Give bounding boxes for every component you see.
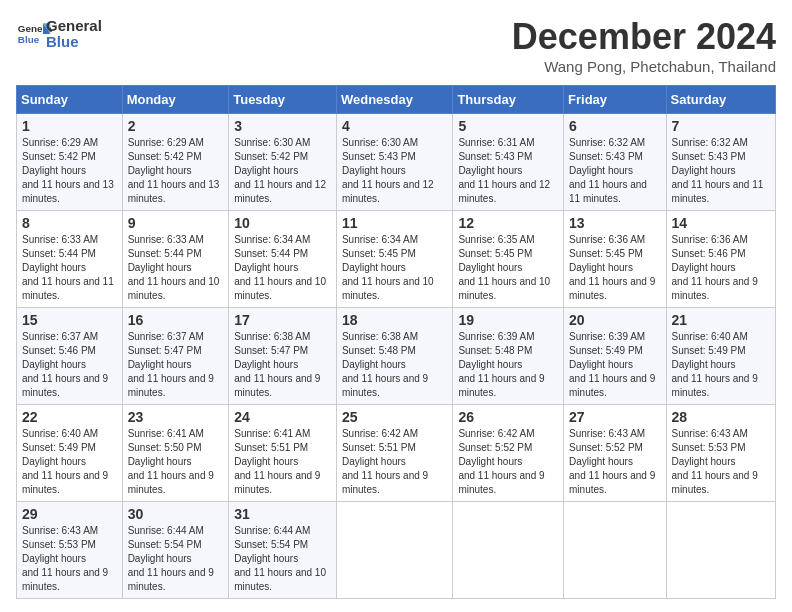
header-thursday: Thursday	[453, 86, 564, 114]
day-number: 24	[234, 409, 331, 425]
svg-text:Blue: Blue	[18, 34, 40, 45]
calendar-week-row: 8Sunrise: 6:33 AMSunset: 5:44 PMDaylight…	[17, 211, 776, 308]
day-number: 7	[672, 118, 770, 134]
day-info: Sunrise: 6:40 AMSunset: 5:49 PMDaylight …	[672, 330, 770, 400]
table-row: 23Sunrise: 6:41 AMSunset: 5:50 PMDayligh…	[122, 405, 229, 502]
day-info: Sunrise: 6:42 AMSunset: 5:51 PMDaylight …	[342, 427, 447, 497]
calendar-week-row: 29Sunrise: 6:43 AMSunset: 5:53 PMDayligh…	[17, 502, 776, 599]
empty-cell	[336, 502, 452, 599]
table-row: 5Sunrise: 6:31 AMSunset: 5:43 PMDaylight…	[453, 114, 564, 211]
day-info: Sunrise: 6:38 AMSunset: 5:47 PMDaylight …	[234, 330, 331, 400]
day-number: 11	[342, 215, 447, 231]
logo-line2: Blue	[46, 34, 102, 51]
day-info: Sunrise: 6:39 AMSunset: 5:49 PMDaylight …	[569, 330, 661, 400]
table-row: 22Sunrise: 6:40 AMSunset: 5:49 PMDayligh…	[17, 405, 123, 502]
logo-line1: General	[46, 18, 102, 35]
table-row: 27Sunrise: 6:43 AMSunset: 5:52 PMDayligh…	[564, 405, 667, 502]
day-info: Sunrise: 6:30 AMSunset: 5:42 PMDaylight …	[234, 136, 331, 206]
day-info: Sunrise: 6:29 AMSunset: 5:42 PMDaylight …	[128, 136, 224, 206]
day-number: 14	[672, 215, 770, 231]
header: General Blue General Blue December 2024 …	[16, 16, 776, 75]
month-title: December 2024	[512, 16, 776, 58]
day-info: Sunrise: 6:38 AMSunset: 5:48 PMDaylight …	[342, 330, 447, 400]
day-info: Sunrise: 6:44 AMSunset: 5:54 PMDaylight …	[128, 524, 224, 594]
day-number: 8	[22, 215, 117, 231]
table-row: 25Sunrise: 6:42 AMSunset: 5:51 PMDayligh…	[336, 405, 452, 502]
day-number: 15	[22, 312, 117, 328]
table-row: 31Sunrise: 6:44 AMSunset: 5:54 PMDayligh…	[229, 502, 337, 599]
day-number: 22	[22, 409, 117, 425]
header-wednesday: Wednesday	[336, 86, 452, 114]
header-sunday: Sunday	[17, 86, 123, 114]
day-info: Sunrise: 6:34 AMSunset: 5:45 PMDaylight …	[342, 233, 447, 303]
table-row: 16Sunrise: 6:37 AMSunset: 5:47 PMDayligh…	[122, 308, 229, 405]
table-row: 18Sunrise: 6:38 AMSunset: 5:48 PMDayligh…	[336, 308, 452, 405]
day-number: 12	[458, 215, 558, 231]
calendar-header-row: Sunday Monday Tuesday Wednesday Thursday…	[17, 86, 776, 114]
day-number: 19	[458, 312, 558, 328]
day-info: Sunrise: 6:30 AMSunset: 5:43 PMDaylight …	[342, 136, 447, 206]
day-number: 27	[569, 409, 661, 425]
header-tuesday: Tuesday	[229, 86, 337, 114]
table-row: 17Sunrise: 6:38 AMSunset: 5:47 PMDayligh…	[229, 308, 337, 405]
day-info: Sunrise: 6:40 AMSunset: 5:49 PMDaylight …	[22, 427, 117, 497]
day-number: 29	[22, 506, 117, 522]
calendar-week-row: 1Sunrise: 6:29 AMSunset: 5:42 PMDaylight…	[17, 114, 776, 211]
table-row: 12Sunrise: 6:35 AMSunset: 5:45 PMDayligh…	[453, 211, 564, 308]
day-number: 26	[458, 409, 558, 425]
day-info: Sunrise: 6:43 AMSunset: 5:53 PMDaylight …	[672, 427, 770, 497]
table-row: 28Sunrise: 6:43 AMSunset: 5:53 PMDayligh…	[666, 405, 775, 502]
table-row: 26Sunrise: 6:42 AMSunset: 5:52 PMDayligh…	[453, 405, 564, 502]
day-info: Sunrise: 6:44 AMSunset: 5:54 PMDaylight …	[234, 524, 331, 594]
day-info: Sunrise: 6:39 AMSunset: 5:48 PMDaylight …	[458, 330, 558, 400]
day-number: 30	[128, 506, 224, 522]
table-row: 30Sunrise: 6:44 AMSunset: 5:54 PMDayligh…	[122, 502, 229, 599]
table-row: 21Sunrise: 6:40 AMSunset: 5:49 PMDayligh…	[666, 308, 775, 405]
table-row: 6Sunrise: 6:32 AMSunset: 5:43 PMDaylight…	[564, 114, 667, 211]
day-number: 18	[342, 312, 447, 328]
table-row: 15Sunrise: 6:37 AMSunset: 5:46 PMDayligh…	[17, 308, 123, 405]
day-info: Sunrise: 6:37 AMSunset: 5:47 PMDaylight …	[128, 330, 224, 400]
header-saturday: Saturday	[666, 86, 775, 114]
day-number: 21	[672, 312, 770, 328]
day-info: Sunrise: 6:32 AMSunset: 5:43 PMDaylight …	[569, 136, 661, 206]
day-number: 9	[128, 215, 224, 231]
table-row: 11Sunrise: 6:34 AMSunset: 5:45 PMDayligh…	[336, 211, 452, 308]
day-number: 5	[458, 118, 558, 134]
day-info: Sunrise: 6:32 AMSunset: 5:43 PMDaylight …	[672, 136, 770, 206]
table-row: 1Sunrise: 6:29 AMSunset: 5:42 PMDaylight…	[17, 114, 123, 211]
day-info: Sunrise: 6:43 AMSunset: 5:53 PMDaylight …	[22, 524, 117, 594]
day-number: 23	[128, 409, 224, 425]
day-number: 28	[672, 409, 770, 425]
day-info: Sunrise: 6:42 AMSunset: 5:52 PMDaylight …	[458, 427, 558, 497]
table-row: 8Sunrise: 6:33 AMSunset: 5:44 PMDaylight…	[17, 211, 123, 308]
day-number: 20	[569, 312, 661, 328]
day-info: Sunrise: 6:35 AMSunset: 5:45 PMDaylight …	[458, 233, 558, 303]
day-number: 10	[234, 215, 331, 231]
day-info: Sunrise: 6:31 AMSunset: 5:43 PMDaylight …	[458, 136, 558, 206]
calendar-table: Sunday Monday Tuesday Wednesday Thursday…	[16, 85, 776, 599]
day-info: Sunrise: 6:37 AMSunset: 5:46 PMDaylight …	[22, 330, 117, 400]
logo: General Blue General Blue	[16, 16, 102, 52]
day-info: Sunrise: 6:36 AMSunset: 5:45 PMDaylight …	[569, 233, 661, 303]
header-friday: Friday	[564, 86, 667, 114]
table-row: 29Sunrise: 6:43 AMSunset: 5:53 PMDayligh…	[17, 502, 123, 599]
location-title: Wang Pong, Phetchabun, Thailand	[512, 58, 776, 75]
table-row: 7Sunrise: 6:32 AMSunset: 5:43 PMDaylight…	[666, 114, 775, 211]
day-number: 31	[234, 506, 331, 522]
table-row: 19Sunrise: 6:39 AMSunset: 5:48 PMDayligh…	[453, 308, 564, 405]
day-info: Sunrise: 6:33 AMSunset: 5:44 PMDaylight …	[128, 233, 224, 303]
title-area: December 2024 Wang Pong, Phetchabun, Tha…	[512, 16, 776, 75]
empty-cell	[666, 502, 775, 599]
day-number: 3	[234, 118, 331, 134]
day-info: Sunrise: 6:34 AMSunset: 5:44 PMDaylight …	[234, 233, 331, 303]
table-row: 10Sunrise: 6:34 AMSunset: 5:44 PMDayligh…	[229, 211, 337, 308]
day-info: Sunrise: 6:41 AMSunset: 5:50 PMDaylight …	[128, 427, 224, 497]
day-number: 13	[569, 215, 661, 231]
table-row: 13Sunrise: 6:36 AMSunset: 5:45 PMDayligh…	[564, 211, 667, 308]
empty-cell	[564, 502, 667, 599]
day-number: 1	[22, 118, 117, 134]
day-info: Sunrise: 6:41 AMSunset: 5:51 PMDaylight …	[234, 427, 331, 497]
table-row: 4Sunrise: 6:30 AMSunset: 5:43 PMDaylight…	[336, 114, 452, 211]
day-info: Sunrise: 6:33 AMSunset: 5:44 PMDaylight …	[22, 233, 117, 303]
